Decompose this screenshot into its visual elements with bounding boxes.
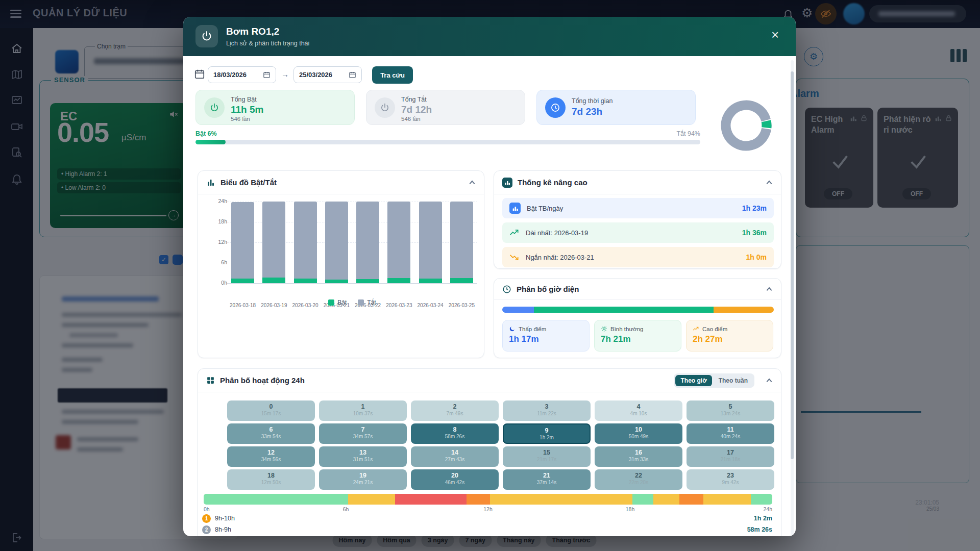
stat-label: Bật TB/ngày — [527, 205, 563, 212]
heatmap-cell-23[interactable]: 23 9m 42s — [687, 469, 774, 490]
heatmap-cell-21[interactable]: 21 37m 14s — [503, 469, 591, 490]
modal-scrollbar-track[interactable] — [791, 60, 794, 536]
calendar-icon[interactable] — [263, 71, 271, 79]
legend-on: Bật — [328, 299, 347, 306]
chevron-up-icon[interactable] — [469, 179, 476, 186]
toggle-by-week[interactable]: Theo tuần — [714, 375, 753, 386]
card-label: Tổng thời gian — [572, 97, 612, 105]
bar-2026-03-18 — [231, 202, 254, 283]
heatmap-cell-18[interactable]: 18 12m 50s — [227, 469, 315, 490]
heatmap-cell-1[interactable]: 1 10m 37s — [319, 400, 407, 421]
timeline-segment-3 — [467, 494, 491, 505]
heatmap-cell-9[interactable]: 9 1h 2m — [503, 423, 591, 444]
modal-scrollbar-thumb[interactable] — [791, 71, 794, 459]
total-time-card: Tổng thời gian 7d 23h — [536, 90, 696, 125]
heatmap-cell-20[interactable]: 20 46m 42s — [411, 469, 499, 490]
heatmap-cell-12[interactable]: 12 34m 56s — [227, 446, 315, 467]
dist-value: 2h 27m — [693, 334, 767, 344]
trend-down-icon — [509, 252, 520, 262]
on-pct-label: Bật 6% — [195, 130, 217, 137]
moon-icon — [509, 325, 516, 332]
top-hour-1: 1 9h-10h 1h 2m — [202, 514, 772, 523]
activity-heatmap: 0 15m 17s1 10m 37s2 7m 49s3 11m 22s4 4m … — [227, 400, 774, 490]
rank-range: 9h-10h — [215, 515, 235, 522]
heatmap-cell-8[interactable]: 8 58m 26s — [411, 423, 499, 444]
activity-view-toggle: Theo giờ Theo tuần — [674, 373, 754, 388]
bar-2026-03-19 — [262, 202, 285, 283]
heatmap-cell-3[interactable]: 3 11m 22s — [503, 400, 591, 421]
modal-header: Bơm RO1,2 Lịch sử & phân tích trạng thái… — [183, 17, 796, 56]
y-tick: 6h — [209, 259, 227, 265]
card-label: Tổng Bật — [231, 96, 257, 103]
stat-value: 1h 0m — [746, 253, 767, 261]
calendar-icon[interactable] — [349, 71, 356, 79]
timeline-segment-0 — [204, 494, 348, 505]
x-axis — [227, 283, 477, 284]
timeline-segment-5 — [632, 494, 653, 505]
heatmap-cell-17[interactable]: 17 21m 18s — [687, 446, 774, 467]
power-icon — [204, 97, 225, 118]
card-value: 7d 12h — [401, 104, 432, 115]
timeline-segment-7 — [679, 494, 703, 505]
chevron-up-icon[interactable] — [766, 286, 773, 293]
heatmap-cell-5[interactable]: 5 13m 24s — [687, 400, 774, 421]
heatmap-cell-13[interactable]: 13 31m 51s — [319, 446, 407, 467]
power-segment-1 — [534, 307, 714, 313]
timeline-segment-4 — [490, 494, 632, 505]
y-tick: 24h — [209, 198, 227, 204]
search-button[interactable]: Tra cứu — [372, 66, 413, 84]
heatmap-cell-6[interactable]: 6 33m 54s — [227, 423, 315, 444]
heatmap-cell-0[interactable]: 0 15m 17s — [227, 400, 315, 421]
toggle-by-hour[interactable]: Theo giờ — [675, 375, 712, 386]
total-on-card: Tổng Bật 11h 5m 546 lần — [195, 90, 355, 125]
heatmap-cell-7[interactable]: 7 34m 57s — [319, 423, 407, 444]
pump-icon-chip — [195, 25, 218, 47]
heatmap-cell-16[interactable]: 16 31m 33s — [595, 446, 682, 467]
chevron-up-icon[interactable] — [766, 179, 773, 186]
grid-icon — [206, 376, 215, 385]
timeline-segment-8 — [703, 494, 750, 505]
card-sub: 546 lần — [231, 116, 250, 122]
heatmap-cell-19[interactable]: 19 24m 21s — [319, 469, 407, 490]
heatmap-cell-11[interactable]: 11 40m 24s — [687, 423, 774, 444]
timeline-segment-2 — [395, 494, 466, 505]
offpeak-card: Thấp điểm 1h 17m — [502, 320, 590, 352]
card-sub: 546 lần — [401, 116, 421, 122]
heatmap-cell-22[interactable]: 22 22m 20s — [595, 469, 682, 490]
date-to-input[interactable]: 25/03/2026 — [293, 66, 362, 83]
rank-range: 8h-9h — [215, 526, 231, 533]
close-button[interactable]: × — [771, 28, 779, 41]
card-value: 11h 5m — [231, 104, 263, 115]
y-tick: 18h — [209, 218, 227, 224]
power-hours-panel: Phân bố giờ điện Thấp điểm 1h 17m Bình t… — [494, 278, 781, 358]
timeline-segment-6 — [653, 494, 679, 505]
legend-off: Tắt — [358, 299, 376, 306]
date-from-input[interactable]: 18/03/2026 — [208, 66, 276, 83]
chevron-up-icon[interactable] — [766, 377, 773, 384]
stat-label: Ngắn nhất: 2026-03-21 — [526, 254, 594, 261]
bar-2026-03-25 — [450, 202, 473, 283]
power-segment-2 — [714, 307, 774, 313]
heatmap-cell-10[interactable]: 10 50m 49s — [595, 423, 682, 444]
peak-card: Cao điểm 2h 27m — [686, 320, 773, 352]
heatmap-cell-2[interactable]: 2 7m 49s — [411, 400, 499, 421]
rank-2-badge: 2 — [202, 525, 211, 534]
card-label: Tổng Tắt — [401, 96, 427, 103]
y-tick: 12h — [209, 239, 227, 245]
bar-chart-icon — [206, 178, 215, 187]
trend-up-icon — [693, 325, 699, 332]
top-hour-2: 2 8h-9h 58m 26s — [202, 525, 772, 534]
panel-title: Biểu đồ Bật/Tắt — [220, 178, 277, 187]
card-value: 7d 23h — [572, 106, 602, 117]
panel-title: Thống kê nâng cao — [518, 178, 587, 187]
heatmap-cell-15[interactable]: 15 21m 17s — [503, 446, 591, 467]
on-split-fill — [195, 140, 226, 144]
bar-2026-03-23 — [387, 202, 410, 283]
bar-2026-03-22 — [356, 202, 379, 283]
sun-icon — [601, 325, 607, 332]
heatmap-cell-14[interactable]: 14 27m 43s — [411, 446, 499, 467]
clock-icon — [502, 285, 511, 294]
total-off-card: Tổng Tắt 7d 12h 546 lần — [366, 90, 525, 125]
trend-up-icon — [509, 228, 520, 238]
heatmap-cell-4[interactable]: 4 4m 10s — [595, 400, 682, 421]
